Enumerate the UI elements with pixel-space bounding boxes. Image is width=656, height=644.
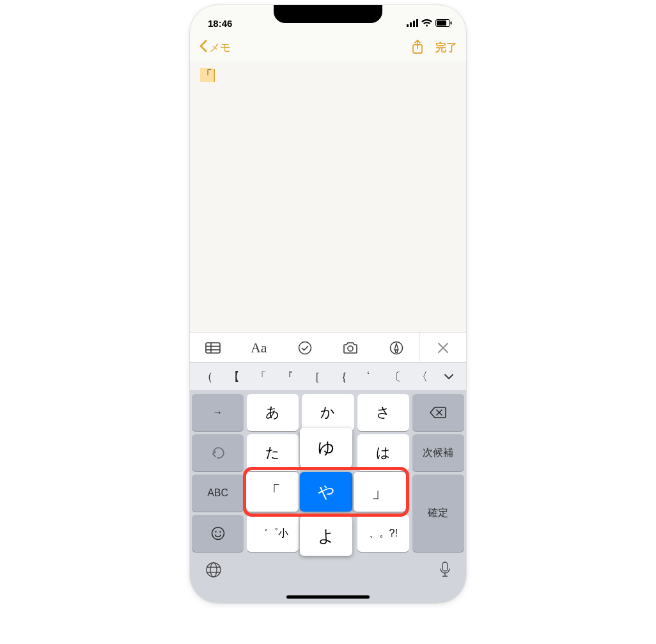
svg-rect-26 xyxy=(442,562,448,571)
candidate-item[interactable]: （ xyxy=(194,369,221,384)
candidates-expand-icon[interactable] xyxy=(435,373,462,380)
home-indicator[interactable] xyxy=(190,590,466,603)
svg-rect-8 xyxy=(206,343,220,353)
svg-rect-6 xyxy=(451,21,452,24)
svg-point-22 xyxy=(207,563,221,577)
checklist-icon[interactable] xyxy=(282,333,328,362)
next-candidate-key[interactable]: 次候補 xyxy=(412,434,464,471)
candidate-item[interactable]: ［ xyxy=(301,369,328,384)
flick-center[interactable]: や xyxy=(299,469,353,514)
chevron-left-icon xyxy=(199,40,208,56)
done-button[interactable]: 完了 xyxy=(435,40,457,55)
status-right xyxy=(407,18,452,29)
flick-down[interactable]: よ xyxy=(299,514,353,558)
mic-icon[interactable] xyxy=(439,562,451,581)
svg-rect-0 xyxy=(407,24,409,27)
table-icon[interactable] xyxy=(190,333,236,362)
text-cursor xyxy=(214,69,215,82)
svg-point-23 xyxy=(210,563,217,577)
key-punct[interactable]: 、。?! xyxy=(357,515,409,552)
note-content[interactable]: 「 xyxy=(190,61,466,333)
back-button[interactable]: メモ xyxy=(199,40,231,56)
backspace-key[interactable] xyxy=(412,394,464,431)
phone-frame: 18:46 メモ 完了 「 xyxy=(190,5,466,603)
svg-rect-5 xyxy=(437,20,446,26)
globe-icon[interactable] xyxy=(205,562,222,581)
abc-key[interactable]: ABC xyxy=(192,475,244,512)
svg-rect-3 xyxy=(416,19,418,27)
battery-icon xyxy=(435,18,452,29)
svg-point-12 xyxy=(299,342,311,354)
nav-bar: メモ 完了 xyxy=(190,33,466,61)
markup-icon[interactable] xyxy=(373,333,419,362)
candidate-item[interactable]: 「 xyxy=(247,369,274,384)
candidate-item[interactable]: ｛ xyxy=(328,369,355,384)
key-ta[interactable]: た xyxy=(247,434,299,471)
share-button[interactable] xyxy=(411,40,424,55)
candidate-bar: （ 【 「 『 ［ ｛ ‘ 〔 〈 xyxy=(190,362,466,390)
key-dakuten[interactable]: ゛゜小 xyxy=(247,515,299,552)
confirm-key[interactable]: 確定 xyxy=(412,475,464,552)
flick-right[interactable]: 」 xyxy=(353,469,407,514)
text-format-icon[interactable]: Aa xyxy=(236,333,282,362)
svg-point-21 xyxy=(219,531,221,532)
flick-up[interactable]: ゆ xyxy=(299,425,353,470)
emoji-key[interactable] xyxy=(192,515,244,552)
flick-left[interactable]: 「 xyxy=(246,469,299,514)
key-a[interactable]: あ xyxy=(247,394,299,431)
status-time: 18:46 xyxy=(208,18,232,29)
wifi-icon xyxy=(421,18,432,29)
keyboard-bottom-bar xyxy=(190,554,466,590)
format-toolbar: Aa xyxy=(190,333,466,362)
cellular-icon xyxy=(407,18,418,29)
keyboard: → あ か さ た は 次候補 ABC 確定 ゛゜小 、。?! ゆ xyxy=(190,390,466,554)
candidate-item[interactable]: 『 xyxy=(274,369,301,384)
key-ha[interactable]: は xyxy=(357,434,409,471)
candidate-item[interactable]: ‘ xyxy=(355,370,382,383)
svg-point-19 xyxy=(212,528,224,540)
typed-text: 「 xyxy=(200,68,213,82)
svg-point-20 xyxy=(215,531,216,532)
candidate-item[interactable]: 【 xyxy=(221,369,247,384)
back-label: メモ xyxy=(209,40,231,55)
undo-key[interactable] xyxy=(192,434,244,471)
camera-icon[interactable] xyxy=(327,333,373,362)
arrow-key[interactable]: → xyxy=(192,394,244,431)
notch xyxy=(274,5,382,23)
svg-point-13 xyxy=(348,346,353,351)
close-toolbar-icon[interactable] xyxy=(419,333,466,362)
candidate-item[interactable]: 〈 xyxy=(409,369,435,384)
svg-rect-2 xyxy=(413,20,415,27)
candidate-item[interactable]: 〔 xyxy=(382,369,409,384)
key-sa[interactable]: さ xyxy=(357,394,409,431)
svg-rect-1 xyxy=(410,22,412,27)
